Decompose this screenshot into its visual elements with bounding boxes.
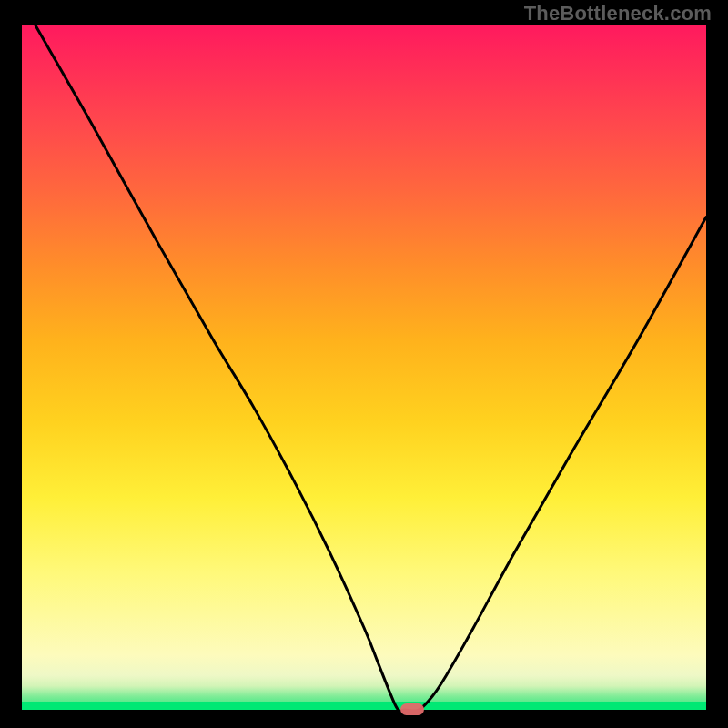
branding-watermark: TheBottleneck.com (524, 2, 712, 25)
min-marker (400, 703, 424, 715)
plot-area (22, 25, 706, 710)
chart-svg (22, 25, 706, 710)
chart-frame: TheBottleneck.com (0, 0, 728, 728)
bottleneck-curve (35, 25, 706, 710)
